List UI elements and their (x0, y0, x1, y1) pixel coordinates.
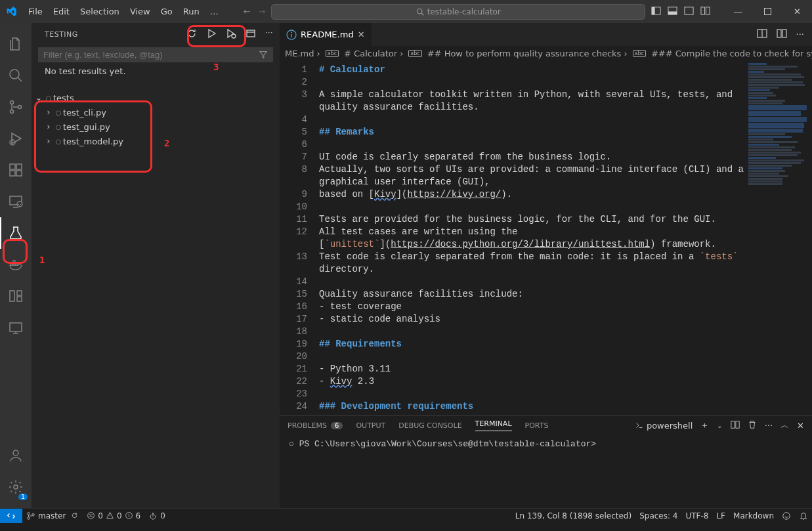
more-icon[interactable]: ··· (265, 28, 273, 41)
indentation[interactable]: Spaces: 4 (635, 511, 681, 520)
breadcrumbs[interactable]: ME.md›abc# Calculator›abc## How to perfo… (280, 46, 812, 60)
tree-root[interactable]: ⌄○tests (32, 91, 280, 105)
search-text: testable-calculator (427, 7, 501, 16)
breadcrumb-segment[interactable]: # Calculator (344, 49, 397, 58)
tab-label: README.md (301, 30, 354, 39)
ports-status[interactable]: 0 (144, 511, 169, 520)
menu-file[interactable]: File (23, 3, 48, 20)
panel-tab-output[interactable]: OUTPUT (356, 421, 385, 430)
svg-line-1 (421, 13, 423, 15)
breadcrumb-segment[interactable]: ME.md (285, 49, 314, 58)
tab-readme[interactable]: README.md ✕ (280, 23, 372, 46)
layout-right-icon[interactable] (684, 6, 694, 18)
tree-item-test_model-py[interactable]: ›○test_model.py (32, 134, 280, 148)
language-mode[interactable]: Markdown (729, 511, 778, 520)
testing-sidebar: TESTING ··· No test results yet. ⌄○tests… (32, 23, 280, 508)
kill-terminal-icon[interactable] (748, 420, 757, 431)
breadcrumb-segment[interactable]: ### Compile the code to check for syntax… (651, 49, 812, 58)
panel-tab-ports[interactable]: PORTS (525, 421, 549, 430)
extensions-icon[interactable] (0, 154, 32, 186)
menu-…[interactable]: … (205, 3, 224, 20)
eol[interactable]: LF (712, 511, 729, 520)
close-tab-icon[interactable]: ✕ (358, 30, 365, 39)
problems-status[interactable]: 0 0 6 (83, 511, 144, 520)
debug-tests-icon[interactable] (226, 28, 236, 41)
svg-point-48 (28, 517, 30, 519)
svg-point-0 (417, 9, 422, 14)
menu-selection[interactable]: Selection (75, 3, 125, 20)
test-results-message: No test results yet. (32, 64, 280, 76)
split-preview-icon[interactable] (757, 28, 767, 41)
encoding[interactable]: UTF-8 (681, 511, 712, 520)
menu-view[interactable]: View (125, 3, 156, 20)
split-terminal-icon[interactable] (731, 420, 740, 431)
menu-edit[interactable]: Edit (48, 3, 75, 20)
svg-rect-30 (10, 323, 22, 331)
git-branch[interactable]: master (22, 511, 83, 520)
feedback-icon[interactable] (778, 511, 795, 520)
svg-point-40 (291, 32, 292, 33)
panel-tab-terminal[interactable]: TERMINAL (475, 419, 512, 431)
settings-badge: 1 (18, 494, 28, 500)
svg-rect-29 (17, 297, 22, 301)
nav-back-icon[interactable]: ← (244, 7, 251, 16)
maximize-button[interactable] (753, 0, 782, 23)
layout-left-icon[interactable] (651, 6, 661, 18)
terminal-profile[interactable]: powershell (635, 421, 693, 431)
source-control-icon[interactable] (0, 91, 32, 123)
svg-rect-44 (782, 30, 786, 37)
close-button[interactable]: ✕ (782, 0, 812, 23)
terminal-dropdown-icon[interactable]: ⌄ (717, 422, 722, 429)
account-icon[interactable] (0, 440, 32, 471)
run-debug-icon[interactable] (0, 123, 32, 154)
docker-icon[interactable] (0, 249, 32, 280)
panel-more-icon[interactable]: ··· (765, 421, 773, 431)
cursor-position[interactable]: Ln 139, Col 8 (1898 selected) (511, 511, 635, 520)
tree-item-test_gui-py[interactable]: ›○test_gui.py (32, 119, 280, 134)
close-panel-icon[interactable]: ✕ (797, 421, 804, 431)
menu-run[interactable]: Run (178, 3, 205, 20)
minimize-button[interactable]: ― (723, 0, 753, 23)
run-tests-icon[interactable] (206, 28, 217, 41)
testing-icon[interactable] (0, 217, 32, 249)
refresh-tests-icon[interactable] (186, 28, 197, 41)
svg-rect-28 (17, 291, 22, 295)
filter-input[interactable] (38, 47, 273, 62)
svg-point-35 (232, 34, 236, 38)
layout-bottom-icon[interactable] (668, 6, 677, 18)
tree-item-test_cli-py[interactable]: ›○test_cli.py (32, 105, 280, 119)
notifications-icon[interactable] (795, 511, 812, 520)
svg-rect-17 (10, 171, 15, 176)
command-center[interactable]: testable-calculator (266, 4, 651, 20)
azure-icon[interactable] (0, 280, 32, 312)
new-terminal-icon[interactable]: ＋ (700, 419, 709, 431)
maximize-panel-icon[interactable]: ︿ (780, 419, 789, 431)
more-actions-icon[interactable]: ··· (796, 30, 804, 39)
menu-go[interactable]: Go (156, 3, 178, 20)
svg-point-13 (11, 110, 14, 114)
terminal-prompt: PS C:\Users\giova\Work\Courses\se@dtm\te… (299, 439, 596, 449)
svg-rect-18 (16, 171, 22, 176)
remote-indicator[interactable] (0, 509, 22, 523)
problems-badge: 6 (331, 422, 343, 429)
remote-window-icon[interactable] (0, 312, 32, 343)
line-numbers: 123 45678 9101112 13 1415161718192021222… (280, 60, 319, 415)
minimap[interactable] (746, 60, 812, 415)
nav-fwd-icon[interactable]: → (259, 7, 266, 16)
code-editor[interactable]: # Calculator A simple calculator toolkit… (319, 60, 746, 415)
svg-rect-3 (652, 7, 655, 14)
terminal[interactable]: ○ PS C:\Users\giova\Work\Courses\se@dtm\… (280, 435, 812, 508)
svg-rect-46 (736, 421, 739, 428)
split-editor-icon[interactable] (777, 28, 787, 41)
settings-gear-icon[interactable]: 1 (0, 471, 32, 503)
panel-tab-problems[interactable]: PROBLEMS6 (288, 421, 343, 430)
show-output-icon[interactable] (246, 28, 256, 41)
panel-tab-debug-console[interactable]: DEBUG CONSOLE (398, 421, 461, 430)
explorer-icon[interactable] (0, 28, 32, 60)
breadcrumb-segment[interactable]: ## How to perform quality assurance chec… (427, 49, 622, 58)
layout-custom-icon[interactable] (700, 6, 710, 18)
svg-rect-8 (706, 7, 710, 14)
filter-icon[interactable] (259, 50, 268, 61)
search-icon[interactable] (0, 60, 32, 91)
remote-explorer-icon[interactable] (0, 186, 32, 217)
